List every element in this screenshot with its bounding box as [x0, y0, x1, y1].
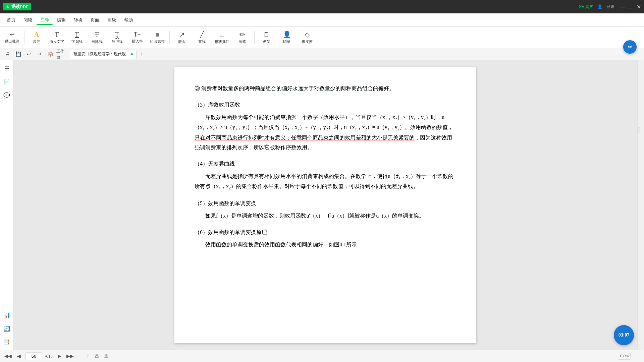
content-area: ③ 消费者对数量多的两种商品组合的偏好永远大于对数量少的两种商品组合的偏好。 （…: [13, 60, 637, 350]
titlebar-right: K♥ 购买 👤 登录: [579, 4, 614, 10]
print-button[interactable]: 🖨: [3, 50, 12, 59]
timer-display: 03:07: [619, 333, 630, 338]
titlebar: ▲ 迅读PDF K♥ 购买 👤 登录 — □ ✕: [0, 0, 644, 13]
eraser-label: 橡皮擦: [302, 39, 313, 44]
insert-text-button[interactable]: T 插入文字: [47, 28, 66, 47]
view-fit-button[interactable]: 垩: [102, 352, 110, 360]
user-icon: 👤: [597, 4, 602, 9]
menu-advanced[interactable]: 高级: [103, 16, 120, 24]
last-page-button[interactable]: ▶▶: [66, 352, 74, 360]
principle-title: （6）效用函数的单调变换原理: [195, 228, 456, 237]
redo-button[interactable]: ↪: [35, 50, 44, 59]
line-label: 直线: [198, 39, 206, 44]
section-ordinal: （3）序数效用函数 序数效用函数为每个可能的消费束指派一个数字（效用水平），当且…: [195, 100, 456, 153]
shape-icon: □: [220, 31, 224, 39]
tab-label: 范里安《微观经济学：现代观...: [73, 51, 129, 57]
menu-read[interactable]: 阅读: [19, 16, 36, 24]
menu-convert[interactable]: 转换: [70, 16, 87, 24]
app-logo[interactable]: ▲ 迅读PDF: [3, 3, 31, 10]
menu-home[interactable]: 首页: [3, 16, 19, 24]
highlight-label: 高亮: [33, 39, 40, 44]
underline-button[interactable]: T 下划线: [67, 28, 86, 47]
strikethrough-icon: T: [95, 31, 99, 39]
eraser-button[interactable]: ◇ 橡皮擦: [298, 28, 316, 47]
arrow-label: 箭头: [178, 39, 185, 44]
save-button[interactable]: 💾: [13, 50, 23, 59]
sidebar-bookmarks-icon[interactable]: 📊: [1, 310, 12, 320]
maximize-button[interactable]: □: [628, 4, 633, 9]
purchase-link[interactable]: K♥ 购买: [579, 4, 593, 10]
zoom-in-button[interactable]: +: [632, 352, 640, 360]
pdf-page: ③ 消费者对数量多的两种商品组合的偏好永远大于对数量少的两种商品组合的偏好。 （…: [174, 67, 476, 343]
tab-current[interactable]: 范里安《微观经济学：现代观...: [70, 50, 137, 59]
region-highlight-button[interactable]: ■ 区域高亮: [148, 28, 167, 47]
undo-button[interactable]: ↩: [24, 50, 34, 59]
sidebar-tools-icon[interactable]: 📑: [1, 337, 12, 347]
menu-annotation[interactable]: 注释: [36, 15, 53, 25]
stamp-label: 印章: [283, 39, 290, 44]
workspace-label: 工作台: [56, 50, 66, 59]
tab-dot: [131, 53, 133, 55]
highlight-button[interactable]: A 高亮: [27, 28, 46, 47]
draw-icon: ✏: [239, 31, 245, 39]
principle-content: 效用函数的单调变换后的效用函数代表相同的偏好，如图4.1所示...: [195, 240, 456, 250]
zoom-controls: − 150% +: [608, 352, 640, 360]
monotone-title: （5）效用函数的单调变换: [195, 199, 456, 208]
divider-3: [254, 31, 255, 44]
home-button[interactable]: 🏠: [46, 50, 55, 59]
arrow-button[interactable]: ↗ 箭头: [172, 28, 191, 47]
right-sidebar-tab[interactable]: [637, 127, 640, 133]
strikethrough-button[interactable]: T 删除线: [88, 28, 106, 47]
ordinal-title: （3）序数效用函数: [195, 100, 456, 110]
stamp-button[interactable]: 👤 印章: [277, 28, 296, 47]
underline-icon: T: [75, 31, 79, 39]
wavy-label: 波浪线: [112, 39, 123, 44]
minimize-button[interactable]: —: [620, 4, 625, 9]
login-link[interactable]: 登录: [606, 4, 614, 10]
menu-page[interactable]: 页面: [87, 16, 103, 24]
sidebar-nav-icon[interactable]: ☰: [1, 63, 12, 74]
cursor-crosshair: +: [396, 171, 399, 181]
window-controls: — □ ✕: [620, 4, 641, 9]
eraser-icon: ◇: [305, 31, 310, 39]
next-page-button[interactable]: ▶: [55, 352, 63, 360]
draw-button[interactable]: ✏ 画笔: [233, 28, 252, 47]
draw-label: 画笔: [238, 39, 246, 44]
line-button[interactable]: ╱ 直线: [193, 28, 211, 47]
zoom-out-button[interactable]: −: [608, 352, 616, 360]
sidebar-pages-icon[interactable]: 📄: [1, 76, 12, 87]
purchase-label: 购买: [585, 4, 593, 9]
menu-edit[interactable]: 编辑: [53, 16, 70, 24]
region-highlight-icon: ■: [155, 31, 159, 39]
view-single-button[interactable]: 非: [84, 352, 92, 360]
left-sidebar: ☰ 📄 💬 📊 🔄 📑: [0, 60, 13, 350]
translate-badge[interactable]: W: [623, 40, 637, 54]
indifference-content: 无差异曲线是指所有具有相同效用水平的消费束构成的集合。在数学上，使得u（x1，x…: [195, 172, 456, 192]
tab-add-button[interactable]: +: [137, 50, 145, 58]
sticky-label: 便签: [263, 39, 270, 44]
menu-help[interactable]: 帮助: [120, 16, 137, 24]
highlight-icon: A: [34, 31, 39, 39]
quickbar: 🖨 💾 ↩ ↪ 🏠 工作台 范里安《微观经济学：现代观... +: [0, 48, 644, 60]
page-total: /618: [45, 354, 53, 359]
sticky-button[interactable]: 🗒 便签: [257, 28, 276, 47]
sidebar-search-icon[interactable]: 🔄: [1, 323, 12, 334]
timer-badge[interactable]: 03:07: [614, 325, 634, 345]
prev-page-button[interactable]: ◀: [15, 352, 23, 360]
insert-symbol-icon: T+: [133, 31, 141, 38]
insert-symbol-button[interactable]: T+ 插入符: [128, 28, 147, 47]
shape-button[interactable]: □ 形状批注: [213, 28, 231, 47]
close-button[interactable]: ✕: [636, 4, 641, 9]
wavy-button[interactable]: T 波浪线: [108, 28, 126, 47]
arrow-icon: ↗: [179, 31, 185, 39]
section-indifference: （4）无差异曲线 无差异曲线是指所有具有相同效用水平的消费束构成的集合。在数学上…: [195, 159, 456, 192]
zoom-level[interactable]: 150%: [618, 353, 631, 360]
app-name: 迅读PDF: [11, 4, 29, 10]
region-highlight-label: 区域高亮: [150, 39, 165, 44]
exit-annotation-button[interactable]: ↩ 退出批注: [3, 28, 21, 47]
sidebar-comments-icon[interactable]: 💬: [1, 90, 12, 101]
exit-annotation-icon: ↩: [10, 31, 15, 38]
view-double-button[interactable]: 昌: [93, 352, 101, 360]
page-number-input[interactable]: [25, 352, 42, 360]
first-page-button[interactable]: ◀◀: [4, 352, 12, 360]
